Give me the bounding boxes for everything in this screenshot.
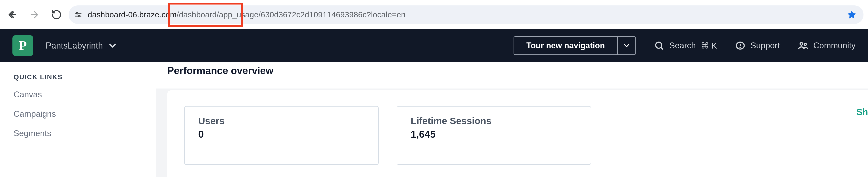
sidebar-item-canvas[interactable]: Canvas xyxy=(13,90,143,99)
tour-nav-button-group: Tour new navigation xyxy=(514,36,636,55)
svg-point-11 xyxy=(740,47,741,48)
community-label: Community xyxy=(813,41,856,50)
browser-nav-controls xyxy=(7,9,62,20)
sidebar-item-campaigns[interactable]: Campaigns xyxy=(13,109,143,119)
sidebar: QUICK LINKS Canvas Campaigns Segments xyxy=(0,62,156,177)
support-label: Support xyxy=(750,41,780,50)
page-title: Performance overview xyxy=(156,62,868,76)
quick-links-header: QUICK LINKS xyxy=(13,73,143,81)
search-nav-item[interactable]: Search ⌘ K xyxy=(654,40,717,51)
browser-toolbar: dashboard-06.braze.com/dashboard/app_usa… xyxy=(0,0,868,29)
stat-value: 0 xyxy=(198,129,365,140)
tour-nav-button[interactable]: Tour new navigation xyxy=(514,37,617,55)
support-icon xyxy=(735,40,745,51)
page-body: QUICK LINKS Canvas Campaigns Segments Pe… xyxy=(0,62,868,177)
svg-line-8 xyxy=(661,47,663,49)
app-top-nav: P PantsLabyrinth Tour new navigation Sea… xyxy=(0,29,868,62)
search-icon xyxy=(654,40,664,51)
site-settings-icon[interactable] xyxy=(73,10,83,20)
url-text: dashboard-06.braze.com/dashboard/app_usa… xyxy=(88,10,405,19)
support-nav-item[interactable]: Support xyxy=(735,40,780,51)
search-shortcut: ⌘ K xyxy=(701,41,717,50)
search-label: Search xyxy=(669,41,696,50)
svg-point-7 xyxy=(656,42,662,48)
main-content: Performance overview Users 0 Lifetime Se… xyxy=(156,62,868,177)
address-bar[interactable]: dashboard-06.braze.com/dashboard/app_usa… xyxy=(69,5,864,24)
community-icon xyxy=(798,40,808,51)
forward-button[interactable] xyxy=(29,9,40,20)
svg-point-13 xyxy=(804,43,807,45)
stat-value: 1,645 xyxy=(411,129,577,140)
show-toggle-link[interactable]: Sh xyxy=(857,107,868,117)
workspace-name[interactable]: PantsLabyrinth xyxy=(46,41,103,50)
back-button[interactable] xyxy=(7,9,18,20)
stat-label: Lifetime Sessions xyxy=(411,116,577,127)
tour-nav-dropdown[interactable] xyxy=(617,37,636,55)
svg-point-6 xyxy=(79,15,80,17)
stat-card-users: Users 0 xyxy=(184,106,379,165)
workspace-chevron-icon[interactable] xyxy=(107,41,118,50)
reload-button[interactable] xyxy=(51,9,62,20)
svg-point-12 xyxy=(800,43,803,45)
stat-card-sessions: Lifetime Sessions 1,645 xyxy=(397,106,591,165)
bookmark-star-icon[interactable] xyxy=(847,10,857,20)
community-nav-item[interactable]: Community xyxy=(798,40,856,51)
stat-label: Users xyxy=(198,116,365,127)
sidebar-item-segments[interactable]: Segments xyxy=(13,129,143,138)
svg-point-4 xyxy=(76,12,78,14)
overview-panel: Users 0 Lifetime Sessions 1,645 xyxy=(167,90,868,177)
app-logo[interactable]: P xyxy=(12,35,33,56)
